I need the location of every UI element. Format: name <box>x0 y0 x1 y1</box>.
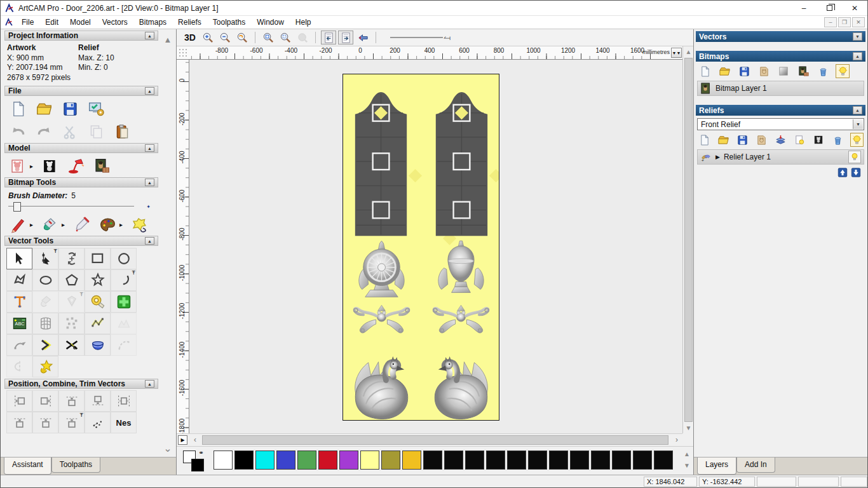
restore-button[interactable] <box>817 1 842 15</box>
tab-assistant-assistant[interactable]: Assistant <box>4 458 51 475</box>
splitter-button[interactable]: ▶ <box>178 435 187 445</box>
minimize-button[interactable]: – <box>791 1 817 15</box>
palette-swatch-10[interactable] <box>423 451 442 470</box>
bitmap-properties-button[interactable] <box>796 64 810 78</box>
scroll-up-icon[interactable]: ▲ <box>682 449 692 460</box>
artwork-canvas[interactable] <box>342 74 499 421</box>
create-rectangle-tool[interactable] <box>85 248 111 269</box>
create-circle-tool[interactable] <box>111 248 137 269</box>
palette-swatch-3[interactable] <box>276 451 295 470</box>
scroll-up-icon[interactable]: ▲ <box>684 47 693 57</box>
pick-colour-tool[interactable] <box>72 215 91 234</box>
collapse-section-button[interactable]: ▲ <box>145 237 154 245</box>
scrollbar-thumb[interactable] <box>202 435 668 445</box>
sharpen-corner-tool[interactable] <box>32 334 58 356</box>
menu-help[interactable]: Help <box>290 17 317 28</box>
edit-palette-tool[interactable] <box>98 215 117 234</box>
save-model-button[interactable] <box>60 99 79 118</box>
previous-bitmap-toggle[interactable] <box>321 30 336 44</box>
palette-swatch-13[interactable] <box>486 451 505 470</box>
zoom-in-button[interactable] <box>200 30 215 44</box>
collapse-section-button[interactable]: ▲ <box>145 32 154 39</box>
mdi-minimize-button[interactable]: – <box>824 17 837 27</box>
save-bitmap-button[interactable] <box>737 64 751 78</box>
palette-scrollbar[interactable]: ▲ ▼ <box>682 449 692 474</box>
extrude-vector-tool[interactable] <box>85 334 111 356</box>
merge-relief-button[interactable] <box>755 133 768 147</box>
delete-bitmap-button[interactable] <box>816 64 830 78</box>
brush-diameter-slider[interactable]: ✦ <box>8 201 134 212</box>
delete-relief-button[interactable] <box>831 133 844 147</box>
toggle-relief-visibility-button[interactable] <box>850 133 864 147</box>
model-wizard-button[interactable] <box>86 99 105 118</box>
fit-polyline-tool[interactable] <box>85 313 111 334</box>
select-vectors-tool[interactable] <box>6 248 32 269</box>
move-layer-down-button[interactable] <box>851 168 861 177</box>
flyout-arrow-icon[interactable]: ▸ <box>30 221 33 228</box>
relief-visibility-toggle[interactable] <box>848 151 861 163</box>
relief-preview-button[interactable] <box>793 133 806 147</box>
canvas-horizontal-scrollbar[interactable]: ▶ ‹ › <box>177 433 682 446</box>
palette-swatch-12[interactable] <box>465 451 484 470</box>
palette-swatch-20[interactable] <box>633 451 652 470</box>
menu-reliefs[interactable]: Reliefs <box>172 17 207 28</box>
create-star-tool[interactable] <box>85 269 111 291</box>
palette-swatch-4[interactable] <box>297 451 316 470</box>
palette-swatch-11[interactable] <box>444 451 463 470</box>
align-centre-horizontal-button[interactable] <box>32 412 58 433</box>
slider-handle[interactable] <box>13 202 21 212</box>
toggle-bitmap-visibility-button[interactable] <box>836 64 850 78</box>
collapse-section-button[interactable]: ▲ <box>853 106 862 114</box>
open-relief-button[interactable] <box>717 133 730 147</box>
align-top-button[interactable] <box>58 390 85 412</box>
scroll-left-icon[interactable]: ‹ <box>191 435 200 445</box>
menu-bitmaps[interactable]: Bitmaps <box>133 17 172 28</box>
block-paste-tool[interactable] <box>58 313 85 334</box>
menu-file[interactable]: File <box>16 17 39 28</box>
canvas-viewport[interactable]: 0-200-400-600-800-1000-1200-1400-1600-18… <box>177 60 682 433</box>
create-arc-tool[interactable]: Ŧ <box>111 269 137 291</box>
invert-model-button[interactable] <box>40 156 59 175</box>
menu-toolpaths[interactable]: Toolpaths <box>207 17 251 28</box>
pointer-nudge-button[interactable] <box>355 30 370 44</box>
new-relief-button[interactable] <box>698 133 711 147</box>
palette-swatch-15[interactable] <box>528 451 547 470</box>
create-ellipse-tool[interactable] <box>32 269 58 291</box>
expand-arrow-icon[interactable]: ▶ <box>715 154 720 160</box>
new-bitmap-button[interactable] <box>698 64 712 78</box>
save-relief-button[interactable] <box>736 133 749 147</box>
scroll-down-icon[interactable]: ▼ <box>682 460 692 471</box>
palette-swatch-5[interactable] <box>318 451 337 470</box>
tab-panel-layers[interactable]: Layers <box>697 458 736 475</box>
open-bitmap-button[interactable] <box>717 64 731 78</box>
scroll-down-icon[interactable]: ⌄ <box>162 444 173 454</box>
lighting-button[interactable] <box>66 156 85 175</box>
bitmap-layer-item[interactable]: Bitmap Layer 1 <box>697 81 864 96</box>
assistant-scrollbar[interactable]: ▲ ⌄ <box>161 30 175 456</box>
scrollbar-thumb[interactable] <box>684 58 693 422</box>
menu-model[interactable]: Model <box>64 17 97 28</box>
align-left-button[interactable] <box>6 390 32 412</box>
collapse-section-button[interactable]: ▲ <box>145 179 154 186</box>
node-editing-tool[interactable]: Ŧ <box>32 248 58 269</box>
set-model-size-button[interactable] <box>8 156 27 175</box>
palette-swatch-8[interactable] <box>381 451 400 470</box>
palette-swatch-6[interactable] <box>339 451 358 470</box>
align-bottom-button[interactable] <box>85 390 111 412</box>
primary-colour-indicator[interactable]: ⚭ <box>183 451 211 472</box>
palette-swatch-9[interactable] <box>402 451 421 470</box>
canvas-vertical-scrollbar[interactable]: ▲ ▼ <box>682 46 693 433</box>
texture-relief-button[interactable] <box>92 156 111 175</box>
palette-swatch-17[interactable] <box>570 451 589 470</box>
nesting-button[interactable]: Nes <box>111 412 137 433</box>
mdi-close-button[interactable]: ✕ <box>852 17 865 27</box>
mdi-restore-button[interactable]: ❐ <box>838 17 851 27</box>
expand-section-button[interactable]: ▼ <box>853 32 862 41</box>
zoom-out-button[interactable] <box>217 30 233 44</box>
palette-swatch-16[interactable] <box>549 451 568 470</box>
move-layer-up-button[interactable] <box>837 168 848 177</box>
redo-button[interactable] <box>34 122 53 141</box>
palette-swatch-1[interactable] <box>234 451 254 470</box>
fade-bitmap-button[interactable] <box>776 64 790 78</box>
scroll-down-icon[interactable]: ▼ <box>684 423 693 433</box>
